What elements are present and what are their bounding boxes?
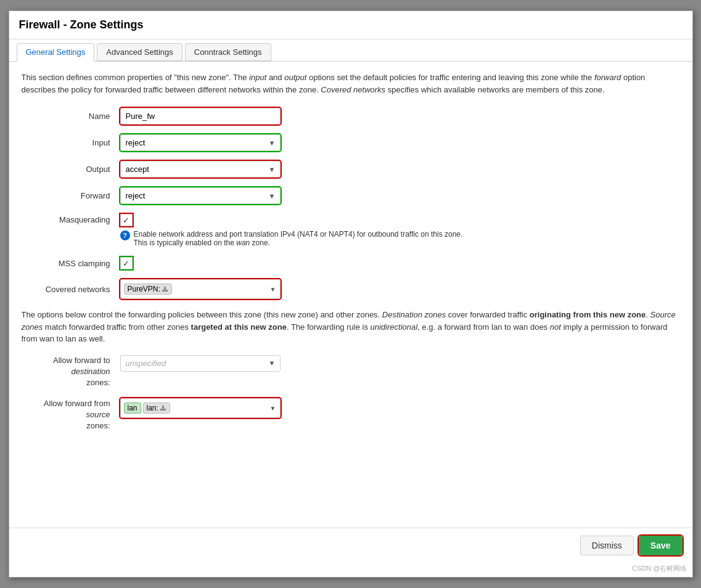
input-select-wrap: accept reject drop ▼ bbox=[120, 134, 281, 151]
output-field-row: Output accept reject drop ▼ bbox=[22, 161, 680, 178]
input-label: Input bbox=[22, 138, 120, 147]
input-select[interactable]: accept reject drop bbox=[120, 134, 281, 151]
forward-from-label: Allow forward from sourcezones: bbox=[22, 398, 120, 432]
tab-conntrack[interactable]: Conntrack Settings bbox=[185, 43, 271, 61]
forward-to-row: Allow forward to destinationzones: unspe… bbox=[22, 355, 680, 389]
covered-networks-tag: PureVPN: 🖧 bbox=[124, 284, 172, 295]
output-label: Output bbox=[22, 165, 120, 174]
forward-select[interactable]: accept reject drop bbox=[120, 187, 281, 204]
main-window: Firewall - Zone Settings General Setting… bbox=[9, 10, 693, 578]
dismiss-button[interactable]: Dismiss bbox=[580, 536, 634, 555]
forward-to-label: Allow forward to destinationzones: bbox=[22, 355, 120, 389]
tab-bar: General Settings Advanced Settings Connt… bbox=[9, 39, 692, 62]
output-select-wrap: accept reject drop ▼ bbox=[120, 161, 281, 178]
forward-from-tag-lan: lan bbox=[124, 402, 141, 414]
forward-to-select-wrap: unspecified ▼ bbox=[120, 355, 281, 372]
watermark: CSDN @右树网络 bbox=[9, 563, 692, 577]
footer: Dismiss Save bbox=[9, 528, 692, 563]
forward-label: Forward bbox=[22, 191, 120, 200]
masquerading-field-row: Masquerading ? Enable network address an… bbox=[22, 214, 680, 247]
output-select[interactable]: accept reject drop bbox=[120, 161, 281, 178]
tab-general[interactable]: General Settings bbox=[17, 43, 95, 62]
forward-from-dropdown-arrow: ▼ bbox=[270, 405, 276, 412]
section-description: This section defines common properties o… bbox=[22, 71, 680, 96]
forward-from-input[interactable]: lan lan: 🖧 ▼ bbox=[120, 398, 281, 418]
name-field-row: Name bbox=[22, 108, 680, 125]
tab-advanced[interactable]: Advanced Settings bbox=[97, 43, 182, 61]
forward-from-network-icon: 🖧 bbox=[160, 405, 166, 412]
masquerading-wrap: ? Enable network address and port transl… bbox=[120, 214, 478, 247]
page-title: Firewall - Zone Settings bbox=[9, 11, 692, 39]
forward-from-row: Allow forward from sourcezones: lan lan:… bbox=[22, 398, 680, 432]
forwarding-description: The options below control the forwarding… bbox=[22, 309, 680, 345]
covered-networks-row: Covered networks PureVPN: 🖧 ▼ bbox=[22, 279, 680, 299]
name-input[interactable] bbox=[120, 108, 281, 125]
mss-field-row: MSS clamping bbox=[22, 257, 680, 269]
mss-checkbox[interactable] bbox=[120, 257, 133, 269]
forward-select-wrap: accept reject drop ▼ bbox=[120, 187, 281, 204]
masquerading-label: Masquerading bbox=[22, 214, 120, 224]
save-button[interactable]: Save bbox=[639, 536, 683, 555]
info-icon: ? bbox=[120, 231, 130, 240]
masquerading-hint: ? Enable network address and port transl… bbox=[120, 230, 478, 247]
masquerading-checkbox[interactable] bbox=[120, 214, 133, 226]
network-icon: 🖧 bbox=[162, 286, 168, 293]
forward-from-tag-lan-net: lan: 🖧 bbox=[143, 402, 170, 414]
tab-content: This section defines common properties o… bbox=[9, 62, 692, 528]
input-field-row: Input accept reject drop ▼ bbox=[22, 134, 680, 151]
covered-networks-dropdown-arrow: ▼ bbox=[270, 286, 276, 293]
name-label: Name bbox=[22, 112, 120, 121]
forward-field-row: Forward accept reject drop ▼ bbox=[22, 187, 680, 204]
covered-networks-label: Covered networks bbox=[22, 285, 120, 294]
mss-label: MSS clamping bbox=[22, 259, 120, 268]
covered-networks-input[interactable]: PureVPN: 🖧 ▼ bbox=[120, 279, 281, 299]
forward-to-select[interactable]: unspecified bbox=[120, 355, 281, 372]
